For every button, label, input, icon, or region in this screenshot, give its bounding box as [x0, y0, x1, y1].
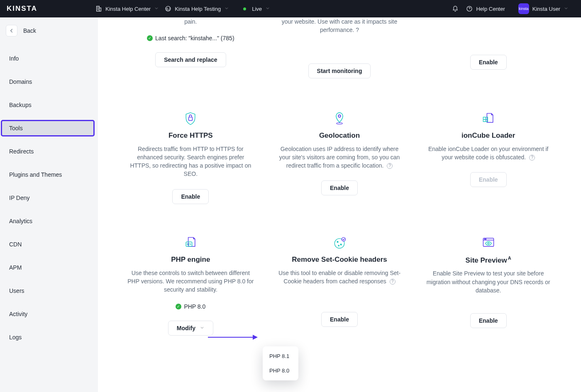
enable-button[interactable]: Enable [470, 313, 507, 328]
back-button[interactable] [6, 25, 17, 37]
card-partial: Enable [414, 17, 563, 84]
card-title: Site PreviewA [466, 256, 511, 265]
site-name: Kinsta Help Testing [175, 6, 221, 12]
enable-button[interactable]: Enable [321, 312, 358, 327]
svg-point-15 [484, 239, 485, 239]
info-icon[interactable]: ? [387, 163, 393, 169]
card-desc: Use these controls to switch between dif… [127, 269, 254, 294]
card-desc: Enable Site Preview to test your site be… [425, 269, 552, 295]
svg-point-6 [337, 122, 342, 124]
sidebar-item-redirects[interactable]: Redirects [6, 144, 92, 159]
building-icon [95, 5, 102, 12]
card-ioncube: ionCube Loader Enable ionCube Loader on … [414, 97, 563, 208]
search-and-replace-button[interactable]: Search and replace [155, 52, 226, 67]
sidebar-item-activity[interactable]: Activity [6, 306, 92, 322]
check-icon: ✓ [176, 304, 181, 309]
card-title: Geolocation [319, 131, 360, 140]
user-menu[interactable]: kinsta Kinsta User [518, 3, 569, 14]
enable-button[interactable]: Enable [470, 55, 507, 70]
enable-button: Enable [470, 172, 507, 187]
cookie-icon [332, 235, 347, 251]
topbar: KINSTA Kinsta Help Center Kinsta Help Te… [0, 0, 581, 17]
tools-row-2: Force HTTPS Redirects traffic from HTTP … [98, 97, 581, 208]
card-title: PHP engine [171, 256, 210, 264]
svg-point-11 [340, 244, 342, 245]
dropdown-option-php-8-1[interactable]: PHP 8.1 [265, 349, 296, 363]
enable-button[interactable]: Enable [321, 180, 358, 195]
card-desc-fragment: pain. [184, 17, 197, 26]
enable-button[interactable]: Enable [172, 189, 209, 204]
environment-switcher[interactable]: Live [243, 6, 270, 12]
workspace-switcher[interactable]: Kinsta Help Center [95, 5, 159, 12]
chevron-down-icon [564, 6, 569, 12]
dropdown-option-php-8-0[interactable]: PHP 8.0 [265, 363, 296, 378]
svg-rect-1 [99, 8, 101, 11]
card-title: ionCube Loader [461, 131, 515, 140]
bell-icon[interactable] [452, 5, 459, 12]
sidebar: Back Info Domains Backups Tools Redirect… [0, 17, 98, 392]
chevron-down-icon [200, 325, 205, 331]
card-desc: Redirects traffic from HTTP to HTTPS for… [127, 145, 254, 178]
chevron-down-icon [224, 6, 229, 12]
card-geolocation: Geolocation Geolocation uses IP address … [265, 97, 414, 208]
svg-point-5 [338, 114, 341, 117]
sidebar-item-ip-deny[interactable]: IP Deny [6, 190, 92, 206]
svg-point-17 [488, 243, 489, 244]
sidebar-item-cdn[interactable]: CDN [6, 236, 92, 252]
chevron-down-icon [265, 6, 270, 12]
info-icon[interactable]: ? [390, 279, 395, 285]
card-set-cookie: Remove Set-Cookie headers Use this tool … [265, 221, 414, 340]
sidebar-item-users[interactable]: Users [6, 283, 92, 299]
wordpress-icon [165, 5, 171, 12]
status-text: PHP 8.0 [184, 303, 205, 310]
help-center-label: Help Center [476, 6, 505, 12]
sidebar-nav: Info Domains Backups Tools Redirects Plu… [6, 51, 92, 345]
status-text: Last search: "kinstahe..." (785) [155, 35, 234, 41]
cube-file-icon [481, 111, 496, 127]
live-status-dot [243, 7, 246, 10]
map-pin-icon [332, 111, 347, 127]
card-desc: Enable ionCube Loader on your environmen… [425, 145, 552, 162]
workspace-name: Kinsta Help Center [105, 6, 151, 12]
card-force-https: Force HTTPS Redirects traffic from HTTP … [116, 97, 265, 208]
svg-point-10 [337, 241, 338, 243]
shield-lock-icon [183, 111, 198, 127]
back-label: Back [23, 27, 36, 34]
tools-row-truncated: pain. ✓ Last search: "kinstahe..." (785)… [98, 17, 581, 84]
sidebar-item-logs[interactable]: Logs [6, 329, 92, 345]
preview-eye-icon [481, 235, 496, 251]
sidebar-item-domains[interactable]: Domains [6, 74, 92, 90]
card-title: Remove Set-Cookie headers [292, 256, 387, 264]
svg-point-12 [338, 245, 339, 246]
sidebar-item-info[interactable]: Info [6, 51, 92, 66]
info-icon[interactable]: ? [356, 27, 359, 33]
environment-label: Live [252, 6, 262, 12]
status-badge: ✓ PHP 8.0 [176, 303, 205, 310]
check-icon: ✓ [147, 35, 153, 41]
kinsta-logo: KINSTA [7, 5, 37, 13]
card-desc: Use this tool to enable or disable remov… [276, 269, 403, 286]
card-php-engine: PHP engine Use these controls to switch … [116, 221, 265, 340]
chevron-down-icon [154, 6, 159, 12]
help-icon [466, 5, 473, 12]
svg-rect-4 [189, 117, 193, 120]
sidebar-item-backups[interactable]: Backups [6, 97, 92, 113]
modify-button[interactable]: Modify [168, 321, 213, 336]
card-title: Force HTTPS [168, 131, 213, 140]
user-name: Kinsta User [532, 6, 560, 12]
card-desc-fragment: your website. Use with care as it impact… [282, 17, 398, 34]
card-monitoring-partial: your website. Use with care as it impact… [265, 17, 414, 84]
card-desc: Geolocation uses IP address to identify … [276, 145, 403, 170]
code-file-icon [183, 235, 198, 251]
sidebar-item-analytics[interactable]: Analytics [6, 213, 92, 229]
tools-row-3: PHP engine Use these controls to switch … [98, 221, 581, 340]
main-content: pain. ✓ Last search: "kinstahe..." (785)… [98, 17, 581, 392]
sidebar-item-apm[interactable]: APM [6, 260, 92, 275]
start-monitoring-button[interactable]: Start monitoring [308, 63, 371, 78]
help-center-link[interactable]: Help Center [466, 5, 505, 12]
site-switcher[interactable]: Kinsta Help Testing [165, 5, 229, 12]
sidebar-item-plugins-themes[interactable]: Plugins and Themes [6, 167, 92, 183]
info-icon[interactable]: ? [529, 155, 535, 161]
sidebar-item-tools[interactable]: Tools [1, 120, 94, 136]
avatar: kinsta [518, 3, 529, 14]
